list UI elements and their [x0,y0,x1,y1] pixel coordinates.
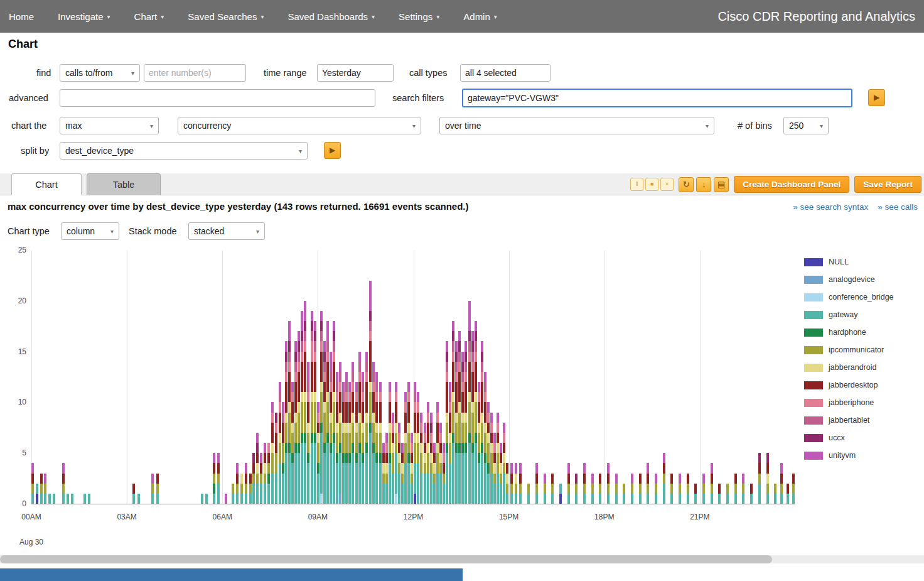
bar-segment [275,453,277,473]
legend-item[interactable]: jabberandroid [804,363,894,372]
stacked-bar [792,251,795,504]
stacked-bar [615,251,618,504]
bar-segment [544,484,546,494]
aggregation-select[interactable]: max▾ [60,117,159,134]
bar-segment [382,484,385,504]
find-type-select[interactable]: calls to/from▾ [60,64,140,82]
bar-segment [583,474,586,484]
bar-segment [375,392,378,402]
metric-select[interactable]: concurrency▾ [178,117,421,134]
bar-segment [333,392,335,402]
stacked-bar [236,251,239,504]
stacked-bar [375,251,378,504]
see-search-syntax-link[interactable]: » see search syntax [793,202,868,212]
stacked-bar [298,251,300,504]
nav-item-investigate[interactable]: Investigate▾ [58,11,110,22]
nav-item-saved-dashboards[interactable]: Saved Dashboards▾ [287,11,375,22]
time-range-input[interactable] [317,64,394,82]
nav-label: Investigate [58,11,104,22]
legend-item[interactable]: jabbertablet [804,416,894,425]
bar-segment [487,413,490,423]
stacked-bar [455,251,458,504]
stacked-bar [493,251,496,504]
bar-segment [271,453,274,473]
bins-select[interactable]: 250▾ [783,117,829,134]
call-types-input[interactable] [460,64,551,82]
bar-segment [53,494,55,504]
legend-item[interactable]: unityvm [804,451,894,460]
legend-swatch [804,311,823,319]
bar-segment [392,433,394,443]
bar-segment [420,474,422,504]
bar-segment [333,443,335,504]
stacked-bar [575,251,578,504]
legend-item[interactable]: ipcommunicator [804,345,894,354]
legend-item[interactable]: conference_bridge [804,293,894,301]
bar-segment [766,453,769,463]
stacked-bar [519,251,522,504]
stacked-bar [355,251,358,504]
bar-segment [436,453,439,473]
gridline [127,251,127,504]
stacked-bar [372,251,375,504]
stacked-bar [670,251,673,504]
stacked-bar [288,251,291,504]
legend-item[interactable]: uccx [804,433,894,442]
download-button[interactable]: ↓ [696,177,711,192]
split-run-button[interactable]: ▶ [324,142,341,159]
create-dashboard-panel-button[interactable]: Create Dashboard Panel [734,176,849,193]
stack-mode-select[interactable]: stacked▾ [188,222,265,240]
bar-segment [575,474,578,484]
run-search-button[interactable]: ▶ [868,89,885,106]
bar-segment [311,362,313,392]
export-button[interactable]: ↻ [679,177,694,192]
bins-label: # of bins [738,117,772,134]
save-report-button[interactable]: Save Report [854,176,921,193]
stacked-bar [439,251,442,504]
legend-item[interactable]: NULL [804,258,894,266]
bar-segment [433,453,436,463]
cancel-button[interactable]: × [660,178,674,191]
legend-item[interactable]: hardphone [804,328,894,337]
legend-item[interactable]: jabberiphone [804,398,894,407]
legend-item[interactable]: analogdevice [804,275,894,284]
nav-item-home[interactable]: Home [9,11,34,22]
number-input[interactable] [144,64,246,82]
bar-segment [330,413,332,423]
stacked-bar [279,251,281,504]
chart-type-label: Chart type [8,222,50,240]
over-time-select[interactable]: over time▾ [439,117,714,134]
bar-segment [369,281,372,311]
see-calls-link[interactable]: » see calls [878,202,918,212]
legend-item[interactable]: gateway [804,310,894,319]
bar-segment [446,372,448,382]
advanced-input[interactable] [60,89,375,107]
bar-segment [446,453,448,504]
scrollbar-thumb[interactable] [0,555,772,563]
pause-button[interactable]: ‖ [630,178,643,191]
bar-segment [317,402,320,412]
nav-item-admin[interactable]: Admin▾ [463,11,497,22]
tab-table[interactable]: Table [87,173,161,195]
bar-segment [500,443,502,453]
bar-segment [256,484,259,504]
bar-segment [294,423,297,443]
nav-item-saved-searches[interactable]: Saved Searches▾ [188,11,264,22]
nav-item-chart[interactable]: Chart▾ [134,11,164,22]
print-button[interactable]: ▤ [714,177,729,192]
stop-button[interactable]: ■ [645,178,658,191]
bar-segment [599,494,601,504]
bar-segment [36,494,38,504]
tab-chart[interactable]: Chart [11,173,82,195]
split-by-select[interactable]: dest_device_type▾ [60,142,308,160]
bar-segment [758,484,761,504]
bar-segment [372,392,375,412]
chart-type-select[interactable]: column▾ [61,222,119,240]
nav-label: Home [9,11,34,22]
nav-item-settings[interactable]: Settings▾ [399,11,439,22]
bar-segment [317,443,320,463]
stacked-bar [478,251,480,504]
legend-item[interactable]: jabberdesktop [804,381,894,389]
search-filters-input[interactable] [462,89,852,107]
bar-segment [372,413,375,423]
